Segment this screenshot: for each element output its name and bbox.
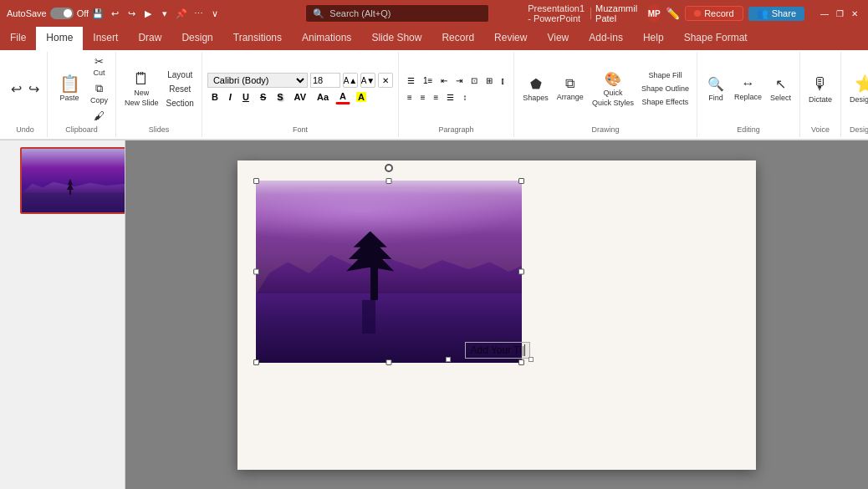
voice-label: Voice [805,124,835,135]
handle-bl[interactable] [253,359,259,365]
tab-slideshow[interactable]: Slide Show [361,27,431,50]
handle-ml[interactable] [253,268,259,274]
paste-button[interactable]: 📋 Paste [53,74,86,104]
new-slide-button[interactable]: 🗒 New New Slide [121,69,162,109]
quick-styles-button[interactable]: 🎨 Quick Quick Styles [589,69,637,109]
tab-file[interactable]: File [0,27,36,50]
tab-home[interactable]: Home [36,27,83,50]
tab-transitions[interactable]: Transitions [223,27,292,50]
increase-indent-button[interactable]: ⇥ [452,73,466,88]
share-icon: 👥 [757,8,768,19]
handle-tl[interactable] [253,178,259,184]
shapes-button[interactable]: ⬟ Shapes [519,74,552,104]
find-button[interactable]: 🔍 Find [702,74,729,104]
bullets-button[interactable]: ☰ [404,73,418,88]
customize-button[interactable]: ∨ [207,6,222,21]
handle-bc[interactable] [386,359,392,365]
thumb-mountains [22,174,125,193]
align-right-button[interactable]: ≡ [431,89,442,104]
record-title-button[interactable]: Record [685,6,743,21]
handle-tc[interactable] [386,178,392,184]
slide-thumbnail[interactable] [20,147,125,214]
decrease-font-button[interactable]: A▼ [360,73,375,88]
tab-design[interactable]: Design [171,27,222,50]
italic-button[interactable]: I [225,89,236,104]
text-direction-button[interactable]: ⊡ [467,73,481,88]
handle-br[interactable] [518,359,524,365]
share-button[interactable]: 👥 Share [748,7,804,21]
bold-button[interactable]: B [207,89,222,104]
replace-button[interactable]: ↔ Replace [731,74,765,103]
reset-button[interactable]: Reset [164,83,197,95]
tab-addins[interactable]: Add-ins [579,27,633,50]
minimize-button[interactable]: — [818,7,831,20]
select-button[interactable]: ↖ Select [767,74,794,104]
designer-label: Designer [846,124,868,135]
strikethrough-button[interactable]: S [256,89,270,104]
font-size-input[interactable] [310,73,340,88]
copy-button[interactable]: ⧉ Copy [88,80,110,106]
decrease-indent-button[interactable]: ⇤ [437,73,451,88]
underline-button[interactable]: U [238,89,253,104]
font-face-select[interactable]: Calibri (Body) [207,73,308,88]
increase-font-button[interactable]: A▲ [343,73,358,88]
more-qa-button[interactable]: ⋯ [191,6,206,21]
highlight-button[interactable]: A [352,89,370,104]
redo-button[interactable]: ↪ [26,79,42,99]
arrange-button[interactable]: ⧉ Arrange [554,74,587,103]
undo-button[interactable]: ↩ [8,79,24,99]
justify-button[interactable]: ☰ [443,89,457,104]
pin-button[interactable]: 📌 [174,6,189,21]
handle-tr[interactable] [518,178,524,184]
text-placeholder-box[interactable]: Add Your Ti| [465,342,530,359]
numbering-button[interactable]: 1≡ [420,73,436,88]
section-button[interactable]: Section [164,97,197,110]
align-left-button[interactable]: ≡ [404,89,416,104]
align-center-button[interactable]: ≡ [417,89,429,104]
slides-label: Slides [121,124,197,135]
handle-mr[interactable] [518,268,524,274]
columns-button[interactable]: ⫿ [498,73,508,88]
rotate-handle[interactable] [385,164,393,172]
more-tools-button[interactable]: ▾ [157,6,172,21]
restore-button[interactable]: ❐ [833,7,846,20]
smart-art-button[interactable]: ⊞ [483,73,496,88]
char-spacing-button[interactable]: AV [290,89,310,104]
tab-view[interactable]: View [537,27,579,50]
change-case-button[interactable]: Aa [313,89,333,104]
autosave-switch[interactable] [50,8,74,19]
text-handle-r[interactable] [446,357,451,362]
tab-animations[interactable]: Animations [292,27,361,50]
tab-shapeformat[interactable]: Shape Format [674,27,758,50]
undo-button[interactable]: ↩ [107,6,122,21]
line-spacing-button[interactable]: ↕ [459,89,470,104]
layout-button[interactable]: Layout [164,69,197,81]
tab-record[interactable]: Record [431,27,484,50]
shape-effects-button[interactable]: Shape Effects [639,96,692,108]
slide-canvas[interactable]: Add Your Ti| [125,140,868,489]
dictate-button[interactable]: 🎙 Dictate [805,73,835,105]
tab-draw[interactable]: Draw [128,27,171,50]
pen-icon[interactable]: ✏️ [666,7,680,20]
cut-button[interactable]: ✂ Cut [88,53,110,79]
redo-button[interactable]: ↪ [124,6,139,21]
designer-button[interactable]: ⭐ Designer [846,72,868,105]
autosave-toggle[interactable]: AutoSave Off [7,8,89,19]
format-painter-button[interactable]: 🖌 [88,108,110,124]
tab-help[interactable]: Help [633,27,674,50]
paragraph-group: ☰ 1≡ ⇤ ⇥ ⊡ ⊞ ⫿ ≡ ≡ ≡ ☰ ↕ [399,52,514,137]
save-button[interactable]: 💾 [90,6,105,21]
shape-outline-button[interactable]: Shape Outline [639,83,692,94]
tab-review[interactable]: Review [484,27,537,50]
text-handle-l[interactable] [528,357,534,362]
search-box[interactable]: 🔍 Search (Alt+Q) [305,4,489,23]
present-button[interactable]: ▶ [140,6,156,21]
shape-fill-button[interactable]: Shape Fill [639,69,692,81]
photo-container[interactable]: Add Your Ti| [256,181,522,363]
tab-insert[interactable]: Insert [83,27,128,50]
clear-format-button[interactable]: ✕ [378,73,393,88]
font-color-button[interactable]: A [335,89,350,104]
shadow-button[interactable]: S [273,89,287,104]
close-button[interactable]: ✕ [848,7,861,20]
user-avatar[interactable]: MP [647,4,661,23]
